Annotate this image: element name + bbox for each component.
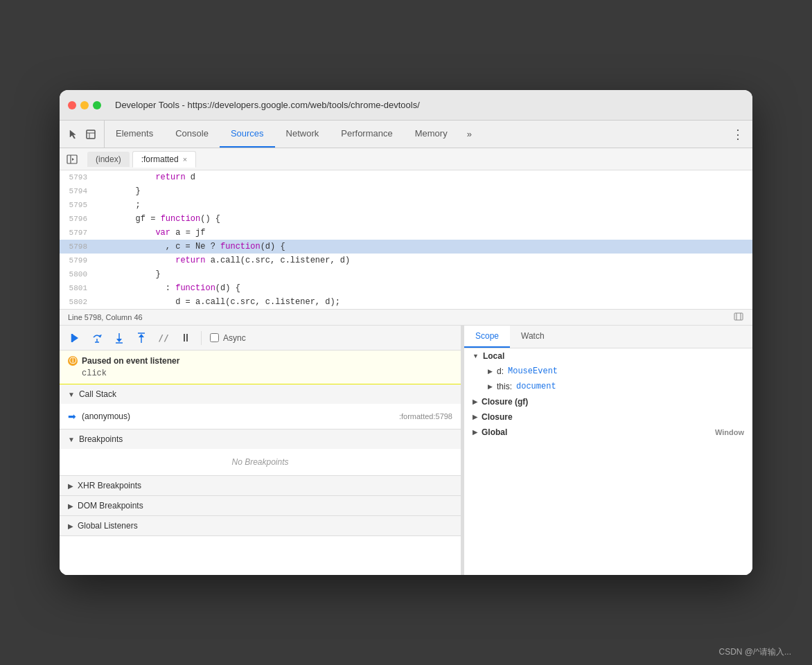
this-triangle: ▶ xyxy=(488,383,493,390)
scope-tab-scope[interactable]: Scope xyxy=(464,326,510,348)
svg-rect-4 xyxy=(734,313,743,320)
step-out-button[interactable] xyxy=(132,328,151,348)
source-tabbar: (index) :formatted × xyxy=(60,148,752,170)
async-label: Async xyxy=(223,333,246,343)
xhr-breakpoints-section: ▶ XHR Breakpoints xyxy=(60,476,461,496)
call-stack-item-location: :formatted:5798 xyxy=(399,412,452,420)
dom-breakpoints-label: DOM Breakpoints xyxy=(78,501,143,511)
call-stack-header[interactable]: ▼ Call Stack xyxy=(60,384,461,404)
scope-item-this[interactable]: ▶ this: document xyxy=(464,379,752,394)
step-into-button[interactable] xyxy=(109,328,129,348)
paused-subtitle: click xyxy=(68,369,452,378)
global-listeners-header[interactable]: ▶ Global Listeners xyxy=(60,516,461,535)
breakpoints-header[interactable]: ▼ Breakpoints xyxy=(60,429,461,449)
tab-console[interactable]: Console xyxy=(164,121,220,148)
devtools-menu-button[interactable]: ⋮ xyxy=(723,121,752,148)
scope-key-this: this: xyxy=(497,382,512,391)
tab-performance[interactable]: Performance xyxy=(330,121,403,148)
more-tabs-button[interactable]: » xyxy=(459,121,480,148)
devtools-nav: Elements Console Sources Network Perform… xyxy=(60,121,752,148)
source-tab-index[interactable]: (index) xyxy=(87,152,130,167)
svg-marker-13 xyxy=(116,339,122,342)
call-stack-content: ➡ (anonymous) :formatted:5798 xyxy=(60,404,461,429)
global-listeners-section: ▶ Global Listeners xyxy=(60,516,461,536)
cursor-icon[interactable] xyxy=(67,128,79,141)
code-line-5794: 5794 } xyxy=(60,184,752,198)
scope-tabs: Scope Watch xyxy=(464,326,752,348)
paused-title: ⓘ Paused on event listener xyxy=(68,356,452,366)
svg-marker-3 xyxy=(72,158,74,161)
xhr-triangle: ▶ xyxy=(68,482,73,490)
window-title: Developer Tools - https://developers.goo… xyxy=(115,100,420,110)
svg-marker-7 xyxy=(72,334,78,342)
async-checkbox-label[interactable]: Async xyxy=(210,333,246,343)
paused-info-icon: ⓘ xyxy=(68,356,78,366)
pause-on-exceptions-button[interactable]: ⏸ xyxy=(176,328,195,348)
debug-panel: // ⏸ Async ⓘ Paused on event listener cl… xyxy=(60,326,461,575)
code-line-5800: 5800 } xyxy=(60,267,752,281)
global-listeners-triangle: ▶ xyxy=(68,522,73,530)
scope-closure-gf-header[interactable]: ▶ Closure (gf) xyxy=(464,394,752,409)
toggle-sidebar-button[interactable] xyxy=(65,152,79,166)
scope-panel: Scope Watch ▼ Local ▶ d: MouseEvent ▶ xyxy=(464,326,752,575)
scope-val-d: MouseEvent xyxy=(508,366,558,376)
breakpoints-triangle: ▼ xyxy=(68,436,75,443)
source-tab-formatted[interactable]: :formatted × xyxy=(132,151,196,168)
dom-breakpoints-header[interactable]: ▶ DOM Breakpoints xyxy=(60,496,461,515)
scope-global-header[interactable]: ▶ Global Window xyxy=(464,425,752,440)
inspect-icon[interactable] xyxy=(85,128,97,141)
source-tab-index-label: (index) xyxy=(96,154,121,164)
xhr-breakpoints-header[interactable]: ▶ XHR Breakpoints xyxy=(60,476,461,495)
minimize-button[interactable] xyxy=(80,101,89,109)
code-line-5801: 5801 : function(d) { xyxy=(60,281,752,295)
nav-icons xyxy=(60,121,105,148)
xhr-breakpoints-label: XHR Breakpoints xyxy=(78,481,141,490)
tab-network[interactable]: Network xyxy=(275,121,330,148)
call-stack-arrow-icon: ➡ xyxy=(68,411,76,422)
traffic-lights xyxy=(68,101,101,109)
code-line-5798: 5798 , c = Ne ? function(d) { xyxy=(60,240,752,254)
scope-local-header[interactable]: ▼ Local xyxy=(464,348,752,364)
bottom-panel: // ⏸ Async ⓘ Paused on event listener cl… xyxy=(60,326,752,575)
close-tab-button[interactable]: × xyxy=(183,155,187,163)
call-stack-section: ▼ Call Stack ➡ (anonymous) :formatted:57… xyxy=(60,384,461,429)
step-over-button[interactable] xyxy=(87,328,107,348)
global-triangle: ▶ xyxy=(473,429,477,436)
call-stack-triangle: ▼ xyxy=(68,391,75,398)
scope-item-d[interactable]: ▶ d: MouseEvent xyxy=(464,364,752,379)
close-button[interactable] xyxy=(68,101,76,109)
tab-sources[interactable]: Sources xyxy=(220,121,275,148)
breakpoints-section: ▼ Breakpoints No Breakpoints xyxy=(60,429,461,476)
watermark: CSDN @/^请输入... xyxy=(719,646,791,658)
call-stack-item-anonymous[interactable]: ➡ (anonymous) :formatted:5798 xyxy=(60,407,461,426)
cursor-position: Line 5798, Column 46 xyxy=(68,313,143,321)
call-stack-label: Call Stack xyxy=(79,389,116,399)
async-checkbox[interactable] xyxy=(210,333,219,342)
global-listeners-label: Global Listeners xyxy=(78,521,138,531)
tab-elements[interactable]: Elements xyxy=(105,121,164,148)
code-line-5802: 5802 d = a.call(c.src, c.listener, d); xyxy=(60,295,752,309)
deactivate-breakpoints-button[interactable]: // xyxy=(154,328,173,348)
code-editor[interactable]: 5793 return d 5794 } 5795 ; 5796 gf = fu… xyxy=(60,170,752,309)
local-triangle: ▼ xyxy=(473,353,479,360)
resume-button[interactable] xyxy=(65,328,85,348)
source-tab-formatted-label: :formatted xyxy=(141,154,179,164)
tab-memory[interactable]: Memory xyxy=(404,121,459,148)
scope-closure-header[interactable]: ▶ Closure xyxy=(464,409,752,425)
global-window-label: Window xyxy=(715,428,744,436)
scope-key-d: d: xyxy=(497,366,504,376)
maximize-button[interactable] xyxy=(93,101,101,109)
status-bar: Line 5798, Column 46 xyxy=(60,309,752,326)
code-line-5793: 5793 return d xyxy=(60,170,752,184)
no-breakpoints-text: No Breakpoints xyxy=(60,452,461,472)
scope-tab-watch[interactable]: Watch xyxy=(510,326,556,348)
nav-tabs: Elements Console Sources Network Perform… xyxy=(105,121,723,148)
breakpoints-content: No Breakpoints xyxy=(60,449,461,475)
debug-toolbar: // ⏸ Async xyxy=(60,326,461,351)
toolbar-divider xyxy=(201,331,202,345)
svg-rect-0 xyxy=(87,130,95,139)
closure-gf-triangle: ▶ xyxy=(473,398,477,405)
d-triangle: ▶ xyxy=(488,368,493,375)
titlebar: Developer Tools - https://developers.goo… xyxy=(60,90,752,121)
code-line-5799: 5799 return a.call(c.src, c.listener, d) xyxy=(60,254,752,267)
